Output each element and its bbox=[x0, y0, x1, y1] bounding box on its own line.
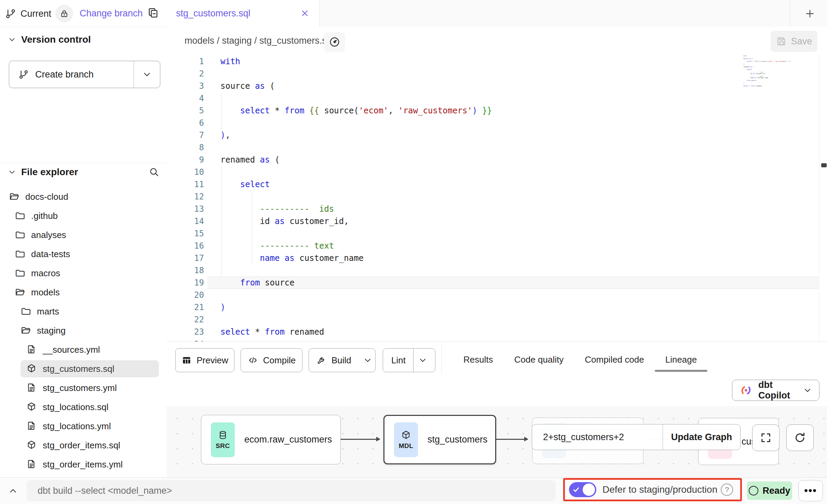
file-item-stg_order_items.sql[interactable]: stg_order_items.sql bbox=[0, 436, 166, 455]
folder-item-macros[interactable]: macros bbox=[0, 264, 166, 283]
save-label: Save bbox=[791, 36, 812, 47]
lineage-canvas[interactable]: MDL customers SEM customers SRC ecom.raw… bbox=[166, 406, 827, 477]
file-icon bbox=[26, 421, 37, 432]
copilot-gauge-icon[interactable] bbox=[324, 32, 345, 52]
minimap[interactable]: withsource as ( select * from {{ source(… bbox=[743, 55, 808, 88]
panel-tab-compiled-code[interactable]: Compiled code bbox=[574, 354, 654, 365]
lineage-node-stg-customers[interactable]: MDL stg_customers bbox=[383, 415, 496, 464]
model-icon bbox=[26, 402, 37, 412]
command-input[interactable]: dbt build --select <model_name> bbox=[27, 480, 556, 501]
file-item-stg_customers.sql[interactable]: stg_customers.sql bbox=[0, 359, 166, 378]
panel-tab-lineage[interactable]: Lineage bbox=[655, 354, 708, 365]
folder-icon bbox=[15, 249, 26, 260]
divider bbox=[441, 343, 442, 374]
code-line: source as ( bbox=[220, 80, 275, 92]
file-icon bbox=[26, 344, 37, 355]
wrench-icon bbox=[316, 355, 327, 365]
file-item-stg_customers.yml[interactable]: stg_customers.yml bbox=[0, 378, 166, 397]
folder-item-docs-cloud[interactable]: docs-cloud bbox=[0, 187, 166, 206]
more-options-button[interactable]: ••• bbox=[798, 480, 823, 501]
folder-icon bbox=[15, 229, 26, 240]
change-branch-link[interactable]: Change branch bbox=[80, 8, 143, 19]
line-number: 5 bbox=[166, 104, 204, 117]
file-item-stg_locations.sql[interactable]: stg_locations.sql bbox=[0, 397, 166, 417]
file-item-stg_locations.yml[interactable]: stg_locations.yml bbox=[0, 417, 166, 436]
chevron-down-icon[interactable] bbox=[363, 355, 372, 365]
line-number: 23 bbox=[166, 326, 204, 338]
tab-title: stg_customers.sql bbox=[176, 8, 250, 19]
chevron-down-icon bbox=[8, 35, 16, 44]
line-number: 21 bbox=[166, 301, 204, 313]
lint-label: Lint bbox=[391, 355, 406, 366]
folder-item-staging[interactable]: staging bbox=[0, 321, 166, 340]
line-number: 3 bbox=[166, 80, 204, 92]
preview-button[interactable]: Preview bbox=[175, 348, 234, 372]
current-branch[interactable]: Current bbox=[5, 7, 73, 20]
breadcrumb: models / staging / stg_customers.sql bbox=[185, 36, 334, 46]
fullscreen-button[interactable] bbox=[752, 424, 779, 451]
line-number: 2 bbox=[166, 68, 204, 80]
panel-tab-results[interactable]: Results bbox=[453, 354, 504, 365]
file-tree-label: stg_customers.sql bbox=[43, 364, 114, 374]
line-number: 20 bbox=[166, 289, 204, 301]
compile-button[interactable]: Compile bbox=[241, 348, 302, 372]
source-badge: SRC bbox=[211, 422, 235, 457]
chevron-up-icon[interactable] bbox=[5, 485, 21, 497]
line-number: 7 bbox=[166, 129, 204, 141]
file-tree: docs-cloud.githubanalysesdata-testsmacro… bbox=[0, 187, 166, 474]
file-icon bbox=[26, 382, 37, 393]
file-icon bbox=[26, 459, 37, 470]
new-tab-button[interactable] bbox=[802, 8, 817, 20]
copy-icon[interactable] bbox=[147, 7, 159, 19]
help-icon[interactable]: ? bbox=[721, 484, 733, 496]
panel-tab-code-quality[interactable]: Code quality bbox=[504, 354, 574, 365]
line-number: 16 bbox=[166, 240, 204, 252]
file-tree-label: docs-cloud bbox=[25, 192, 68, 202]
git-branch-icon bbox=[5, 8, 16, 19]
line-number: 18 bbox=[166, 264, 204, 277]
current-line-highlight bbox=[207, 277, 819, 289]
update-graph-button[interactable]: Update Graph bbox=[663, 432, 740, 443]
create-branch-button[interactable]: Create branch bbox=[9, 61, 160, 88]
line-number: 1 bbox=[166, 55, 204, 68]
chevron-down-icon bbox=[803, 386, 812, 395]
code-line: id as customer_id, bbox=[220, 215, 349, 227]
scrollbar-thumb[interactable] bbox=[821, 163, 827, 167]
lint-button[interactable]: Lint bbox=[383, 348, 435, 372]
file-tree-label: stg_customers.yml bbox=[43, 383, 117, 393]
copilot-label: dbt Copilot bbox=[758, 380, 797, 401]
file-item-__sources.yml[interactable]: __sources.yml bbox=[0, 340, 166, 359]
line-number: 17 bbox=[166, 252, 204, 264]
git-branch-icon bbox=[18, 69, 29, 80]
code-line: from source bbox=[220, 277, 295, 289]
file-item-stg_order_items.yml[interactable]: stg_order_items.yml bbox=[0, 455, 166, 474]
close-icon[interactable] bbox=[300, 9, 310, 18]
folder-item-analyses[interactable]: analyses bbox=[0, 225, 166, 244]
compile-label: Compile bbox=[263, 355, 296, 366]
lineage-selector-input[interactable]: 2+stg_customers+2 bbox=[532, 432, 663, 443]
lineage-node-ecom-raw-customers[interactable]: SRC ecom.raw_customers bbox=[201, 415, 341, 464]
code-editor[interactable]: 123456789101112131415161718192021222324 … bbox=[166, 55, 827, 341]
folder-item-marts[interactable]: marts bbox=[0, 302, 166, 321]
file-tree-label: __sources.yml bbox=[43, 345, 100, 355]
version-control-header[interactable]: Version control bbox=[8, 34, 91, 45]
build-button[interactable]: Build bbox=[309, 348, 376, 372]
tab-stg-customers-sql[interactable]: stg_customers.sql bbox=[166, 0, 320, 27]
folder-item-models[interactable]: models bbox=[0, 283, 166, 302]
refresh-button[interactable] bbox=[786, 424, 814, 451]
divider bbox=[819, 55, 819, 341]
folder-open-icon bbox=[15, 287, 26, 298]
defer-toggle[interactable] bbox=[569, 482, 596, 497]
folder-item-.github[interactable]: .github bbox=[0, 206, 166, 225]
folder-icon bbox=[21, 306, 31, 317]
search-icon[interactable] bbox=[149, 167, 160, 178]
save-button[interactable]: Save bbox=[771, 31, 817, 52]
file-tree-label: macros bbox=[31, 268, 60, 279]
divider bbox=[790, 0, 790, 27]
folder-item-data-tests[interactable]: data-tests bbox=[0, 244, 166, 264]
file-explorer-header[interactable]: File explorer bbox=[8, 167, 160, 178]
chevron-down-icon[interactable] bbox=[142, 69, 152, 80]
dbt-copilot-button[interactable]: dbt Copilot bbox=[732, 380, 819, 401]
chevron-down-icon[interactable] bbox=[418, 355, 428, 365]
folder-icon bbox=[15, 210, 26, 221]
